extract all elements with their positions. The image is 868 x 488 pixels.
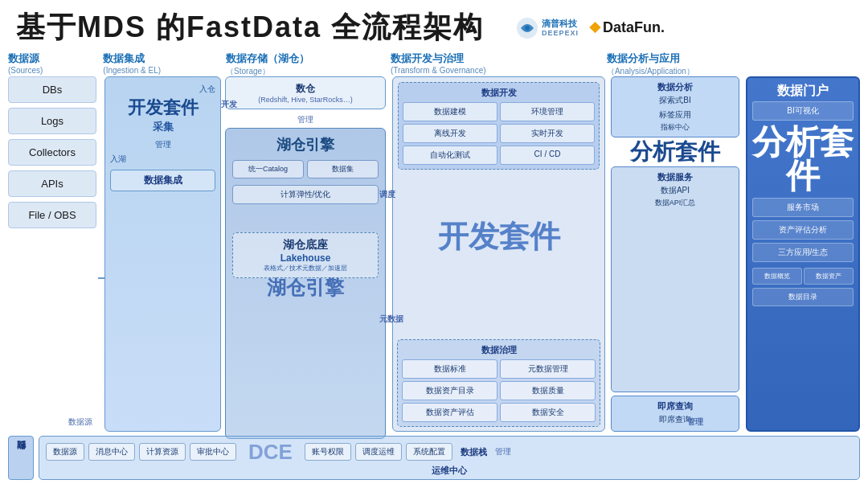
dev-item-4: 自动化测试 xyxy=(403,146,497,165)
ctrl-message: 消息中心 xyxy=(88,443,135,461)
source-logs: Logs xyxy=(8,108,96,134)
logos-area: 滴普科技 DEEPEXI ❖ DataFun. xyxy=(516,17,665,39)
ctrl-datasource: 数据源 xyxy=(46,443,84,461)
svg-point-1 xyxy=(525,26,530,31)
dev-item-5: CI / CD xyxy=(500,146,595,165)
service-item-api: 数据API xyxy=(616,183,735,198)
portal-item-bi: BI可视化 xyxy=(752,101,854,121)
portal-extra-asset: 数据资产 xyxy=(804,268,854,285)
portal-area: 数据门户 BI可视化 分析套件 服务市场 资产评估分析 三方应用/生态 数据概览… xyxy=(746,76,860,432)
source-dbs: DBs xyxy=(8,76,96,103)
gov-item-4: 数据资产评估 xyxy=(402,403,497,422)
main-diagram: DBs Logs Collectors APIs File / OBS 数据源 … xyxy=(8,76,860,480)
data-services-box: 数据服务 数据API 数据API汇总 xyxy=(611,166,739,392)
deepexi-icon xyxy=(516,17,538,39)
analysis-item-bi: 探索式BI xyxy=(616,93,735,108)
cat-transform: 数据开发与治理 (Transform & Governance) xyxy=(391,52,600,77)
cat-storage: 数据存储（湖仓） （Storage） xyxy=(226,52,384,77)
instant-query-item: 即席查询 xyxy=(616,412,735,427)
deepexi-text: 滴普科技 DEEPEXI xyxy=(542,18,579,38)
data-integration-box: 数据集成 xyxy=(110,170,215,191)
ingestion-big-title: 开发套件 xyxy=(110,96,215,120)
arrow-kaifa: 开发 xyxy=(221,99,237,110)
storage-row-1: 统一Catalog 数据集 xyxy=(232,157,379,182)
gov-item-3: 数据质量 xyxy=(500,381,596,400)
governance-section: 数据治理 数据标准 元数据管理 数据资产目录 数据质量 数据资产评估 数据安全 xyxy=(397,339,600,427)
ops-center-label: 运维中心 xyxy=(46,465,853,477)
cat-sources: 数据源 (Sources) xyxy=(8,52,95,77)
ctrl-sysconfig: 系统配置 xyxy=(406,443,452,461)
data-stack-label: 数据栈 xyxy=(461,446,487,458)
gov-item-5: 数据安全 xyxy=(500,403,596,422)
categories-row: 数据源 (Sources) 数据集成 (Ingestion & EL) 数据存储… xyxy=(8,52,860,77)
arrow-metadata: 元数据 xyxy=(379,314,403,325)
ctrl-manage-label: 管理 xyxy=(495,446,511,457)
data-dev-section: 数据开发 数据建模 环境管理 离线开发 实时开发 自动化测试 CI / CD xyxy=(398,82,600,170)
gov-item-2: 数据资产目录 xyxy=(402,381,497,400)
lakehouse-sub-text: 表格式／技术元数据／加速层 xyxy=(238,264,373,273)
portal-extra-catalog: 数据目录 xyxy=(752,288,854,306)
ruhu-label: 入湖 xyxy=(110,154,215,165)
warehouse-title: 数仓 xyxy=(232,82,379,96)
gov-item-1: 元数据管理 xyxy=(500,359,596,379)
gov-item-0: 数据标准 xyxy=(402,359,497,379)
portal-item-service: 服务市场 xyxy=(752,198,854,217)
dev-grid: 数据建模 环境管理 离线开发 实时开发 自动化测试 CI / CD xyxy=(403,102,595,165)
ctrl-account: 账号权限 xyxy=(305,443,351,461)
datasource-label: 数据源 xyxy=(68,416,92,428)
main-title: 基于MDS 的FastData 全流程架构 xyxy=(16,8,484,47)
transform-area: 数据开发 数据建模 环境管理 离线开发 实时开发 自动化测试 CI / CD 开… xyxy=(392,76,605,432)
instant-query-title: 即席查询 xyxy=(616,400,735,412)
compute-box: 计算弹性/优化 xyxy=(232,185,379,204)
warehouse-sub: (Redshift, Hive, StarRocks…) xyxy=(232,96,379,104)
ctrl-approve: 审批中心 xyxy=(190,443,236,461)
transform-center-text: 开发套件 xyxy=(438,221,560,252)
analysis-big-label: 分析套件 xyxy=(611,141,739,163)
lakehouse-inner-title: 湖仓底座 xyxy=(238,238,373,252)
storage-main-box: 湖仓引擎 统一Catalog 数据集 计算弹性/优化 湖仓引擎 湖仓底座 Lak… xyxy=(225,128,386,439)
datafun-logo: ❖ DataFun. xyxy=(588,19,665,37)
cat-ingestion: 数据集成 (Ingestion & EL) xyxy=(103,52,218,77)
deepexi-logo: 滴普科技 DEEPEXI xyxy=(516,17,579,39)
arrow-manage: 管理 xyxy=(687,416,703,428)
arrow-diaodu: 调度 xyxy=(379,189,395,200)
ctrl-schedule: 调度运维 xyxy=(355,443,402,461)
ctrl-compute: 计算资源 xyxy=(139,443,186,461)
dataset-box: 数据集 xyxy=(307,160,379,178)
portal-extra-items: 数据概览 数据资产 xyxy=(752,266,854,286)
data-analysis-title: 数据分析 xyxy=(616,81,735,93)
instant-query-box: 即席查询 即席查询 xyxy=(611,396,739,432)
portal-item-thirdparty: 三方应用/生态 xyxy=(752,243,854,262)
analysis-area: 数据分析 探索式BI 标签应用 指标中心 分析套件 数据服务 数据API 数据A… xyxy=(611,76,739,432)
data-api-summary: 数据API汇总 xyxy=(616,198,735,208)
control-panel-wrapper: 控制台 xyxy=(8,436,34,480)
ingestion-area: 入仓 开发套件 采集 管理 入湖 数据集成 xyxy=(104,76,221,432)
storage-row-2: 计算弹性/优化 xyxy=(232,185,379,204)
data-dev-title: 数据开发 xyxy=(403,87,595,99)
portal-title: 数据门户 xyxy=(752,83,854,100)
portal-extra-overview: 数据概览 xyxy=(752,268,802,285)
analysis-item-tag: 标签应用 xyxy=(616,108,735,122)
source-apis: APIs xyxy=(8,170,96,197)
sources-column: DBs Logs Collectors APIs File / OBS xyxy=(8,76,96,432)
storage-area: 数仓 (Redshift, Hive, StarRocks…) 管理 湖仓引擎 … xyxy=(225,76,386,432)
lakehouse-big-overlay: 湖仓引擎 xyxy=(267,277,344,300)
governance-title: 数据治理 xyxy=(402,344,596,356)
control-top-row: 数据源 消息中心 计算资源 审批中心 DCE 账号权限 调度运维 系统配置 数据… xyxy=(46,439,853,465)
lakehouse-label: Lakehouse xyxy=(238,252,373,264)
dce-label: DCE xyxy=(248,440,293,465)
source-collectors: Collectors xyxy=(8,139,96,166)
analysis-item-index: 指标中心 xyxy=(616,122,735,133)
datafun-d: ❖ xyxy=(588,19,601,37)
storage-manage-label: 管理 xyxy=(225,114,386,125)
dev-item-3: 实时开发 xyxy=(500,124,595,143)
datafun-text: DataFun. xyxy=(603,19,665,36)
ingestion-subtitle-text: 采集 xyxy=(110,120,215,134)
data-warehouse-box: 数仓 (Redshift, Hive, StarRocks…) xyxy=(225,76,386,109)
cat-analysis: 数据分析与应用 （Analysis/Application） xyxy=(607,52,860,77)
data-analysis-top: 数据分析 探索式BI 标签应用 指标中心 xyxy=(611,76,739,137)
lakehouse-box: 湖仓底座 Lakehouse 表格式／技术元数据／加速层 xyxy=(232,232,379,278)
manage-label-ingestion: 管理 xyxy=(110,139,215,150)
control-panel-main: 数据源 消息中心 计算资源 审批中心 DCE 账号权限 调度运维 系统配置 数据… xyxy=(39,436,860,480)
title-area: 基于MDS 的FastData 全流程架构 滴普科技 DEEPEXI ❖ Dat… xyxy=(16,8,665,47)
